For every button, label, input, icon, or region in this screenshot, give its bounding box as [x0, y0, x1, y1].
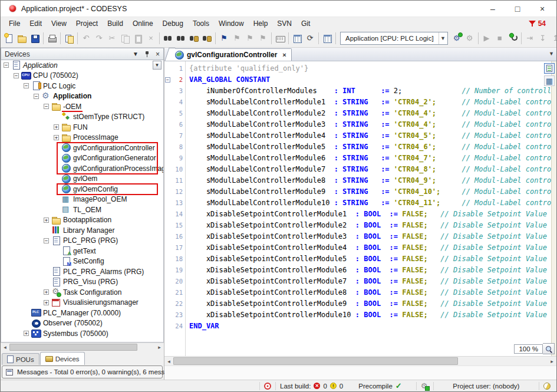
minimize-button[interactable]: – [488, 5, 497, 13]
tree-item-application[interactable]: −Application [1, 91, 163, 102]
scroll-right-icon[interactable]: ▸ [548, 357, 556, 365]
save-button[interactable] [28, 32, 41, 45]
menu-help[interactable]: Help [249, 18, 273, 29]
print-button[interactable] [45, 32, 58, 45]
code-content[interactable]: {attribute 'qualified_only'}VAR_GLOBAL C… [186, 61, 551, 356]
tree-item-library-manager[interactable]: Library Manager [1, 225, 163, 236]
tree-expander-icon[interactable]: − [34, 94, 39, 99]
tree-expander-icon[interactable]: + [44, 289, 49, 295]
panel-close-icon[interactable]: × [156, 51, 160, 57]
tree-expander-icon[interactable]: − [44, 104, 49, 109]
tree-expander-icon[interactable]: + [54, 124, 59, 130]
menu-git[interactable]: Git [296, 18, 315, 29]
tree-item-gvlconfigurationgenerator[interactable]: gvlConfigurationGenerator [1, 153, 163, 164]
find-button[interactable] [162, 32, 174, 45]
tree-item-plc-prg-prg[interactable]: −PLC_PRG (PRG) [1, 236, 163, 246]
bookmark-button[interactable]: ⚑ [217, 32, 230, 45]
tree-expander-icon[interactable]: + [54, 135, 59, 140]
tree-item-gvlconfigurationcontroller[interactable]: gvlConfigurationController [1, 143, 163, 153]
login-button[interactable]: ⚙ [450, 32, 463, 45]
scroll-left-icon[interactable]: ◂ [164, 357, 173, 365]
menu-view[interactable]: View [47, 18, 71, 29]
fold-collapse-icon[interactable]: − [165, 77, 170, 83]
new-object-button[interactable] [291, 32, 304, 45]
menu-window[interactable]: Window [214, 18, 249, 29]
tree-item-bootapplication[interactable]: +Bootapplication [1, 215, 163, 226]
panel-tab-devices[interactable]: Devices [40, 352, 85, 365]
menu-online[interactable]: Online [128, 18, 158, 29]
textual-view-button[interactable] [544, 63, 555, 74]
open-folder-button[interactable] [15, 32, 28, 45]
tabular-view-button[interactable]: ▦ [544, 75, 555, 86]
find-replace-button[interactable] [174, 32, 187, 45]
scroll-left-icon[interactable]: ◂ [1, 343, 9, 351]
filter-count[interactable]: 54 [538, 19, 546, 28]
tree-item-gvlconfigurationprocessimage[interactable]: gvlConfigurationProcessImage [1, 163, 163, 174]
panel-pin-icon[interactable] [144, 51, 150, 58]
tree-item-fun[interactable]: +FUN [1, 122, 163, 133]
tree-expander-icon[interactable]: − [4, 62, 9, 68]
new-doc-button[interactable] [2, 32, 15, 45]
scroll-right-icon[interactable]: ▸ [155, 343, 164, 351]
tree-item-prg-visu-prg[interactable]: PRG_Visu (PRG) [1, 277, 163, 288]
tree-item-gettext[interactable]: getText [1, 246, 163, 256]
maximize-button[interactable]: □ [513, 5, 522, 13]
tree-item-observer-705002[interactable]: Observer (705002) [1, 318, 163, 329]
tree-item-processimage[interactable]: +ProcessImage [1, 133, 163, 143]
panel-menu-dropdown-icon[interactable]: ▼ [133, 51, 139, 57]
find-in-project-button[interactable] [187, 32, 200, 45]
tree-expander-icon[interactable]: + [24, 331, 29, 336]
tree-item-tl-oem[interactable]: TL_OEM [1, 205, 163, 215]
menu-svn[interactable]: SVN [272, 18, 296, 29]
combo-dropdown-icon[interactable]: ▼ [439, 32, 447, 44]
tree-expander-icon[interactable]: − [44, 238, 49, 243]
panel-tab-pous[interactable]: POUs [2, 353, 39, 365]
tree-expander-icon[interactable]: + [44, 300, 49, 305]
zoom-level[interactable]: 100 % [514, 344, 543, 354]
build-button[interactable] [321, 32, 334, 45]
tree-item-application[interactable]: −Application▼ [1, 60, 163, 71]
declaration-editor[interactable]: 1−23456789101112131415161718192021222324… [164, 61, 556, 356]
editor-vertical-scrollbar[interactable] [551, 61, 556, 356]
tab-list-dropdown-icon[interactable]: ▼ [549, 51, 554, 57]
tree-item-imagepool-oem[interactable]: ImagePool_OEM [1, 195, 163, 205]
input-assistant-button[interactable] [273, 32, 286, 45]
menu-tools[interactable]: Tools [188, 18, 214, 29]
menu-debug[interactable]: Debug [158, 18, 188, 29]
editor-tab-gvlconfigurationcontroller[interactable]: gvlConfigurationController × [170, 48, 292, 61]
tab-close-icon[interactable]: × [282, 51, 286, 58]
tree-expander-icon[interactable]: − [14, 73, 19, 78]
tree-item-visualisierungsmanager[interactable]: +Visualisierungsmanager [1, 298, 163, 308]
tree-item-cpu-705002[interactable]: −CPU (705002) [1, 71, 163, 81]
tree-item-gvloem[interactable]: gvlOem [1, 174, 163, 185]
tree-expander-icon[interactable]: + [44, 218, 49, 223]
replace-in-project-button[interactable] [200, 32, 213, 45]
menu-build[interactable]: Build [103, 18, 128, 29]
tree-horizontal-scrollbar[interactable]: ◂ ▸ [1, 342, 164, 351]
messages-bar[interactable]: Messages - Total 0 error(s), 0 warning(s… [1, 365, 164, 380]
debug-settings-button[interactable] [506, 32, 519, 45]
tree-item-setconfig[interactable]: SetConfig [1, 256, 163, 267]
refactor-button[interactable]: ⟳ [304, 32, 317, 45]
tree-item-systembus-705000[interactable]: +Systembus (705000) [1, 328, 163, 339]
tree-item-plc-prg-alarms-prg[interactable]: PLC_PRG_Alarms (PRG) [1, 266, 163, 277]
root-dropdown-icon[interactable]: ▼ [153, 61, 162, 70]
close-button[interactable]: × [538, 5, 547, 13]
tree-item-oem[interactable]: −-OEM [1, 101, 163, 112]
tree-item-gvloemconfig[interactable]: gvlOemConfig [1, 184, 163, 195]
tree-item-task-configuration[interactable]: +Task Configuration [1, 287, 163, 298]
tree-item-plc-logic[interactable]: −PLC Logic [1, 81, 163, 91]
tree-expander-icon[interactable]: − [24, 83, 29, 88]
bookmark-clear-button: ⚑ [256, 32, 269, 45]
menu-edit[interactable]: Edit [25, 18, 47, 29]
menu-project[interactable]: Project [71, 18, 103, 29]
active-application-combo[interactable]: Application [CPU: PLC Logic]▼ [340, 32, 448, 45]
message-filter-icon[interactable] [529, 20, 536, 27]
zoom-button[interactable] [543, 343, 555, 354]
tree-item-stoemtype-struct[interactable]: stOemType (STRUCT) [1, 112, 163, 123]
copy-project-button[interactable] [62, 32, 75, 45]
editor-horizontal-scrollbar[interactable]: ◂ ▸ [164, 356, 556, 365]
start-button: ▶ [480, 32, 493, 45]
menu-file[interactable]: File [4, 18, 25, 29]
tree-item-plc-manager-70-0000[interactable]: PLC_Manager (70.0000) [1, 308, 163, 318]
